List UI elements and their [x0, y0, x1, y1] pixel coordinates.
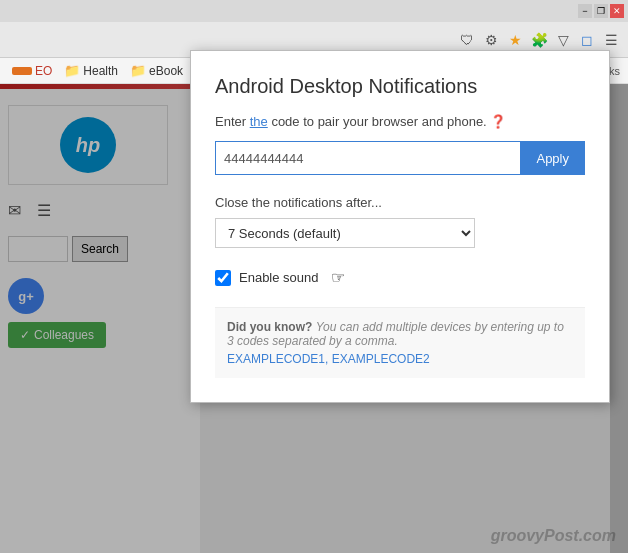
subtitle-highlight: the [250, 114, 268, 129]
watermark: groovyPost.com [491, 527, 616, 545]
bookmark-ebook-label: eBook [149, 64, 183, 78]
modal-dialog: Android Desktop Notifications Enter the … [190, 50, 610, 403]
bookmark-eo-label: EO [35, 64, 52, 78]
pocket-icon[interactable]: ▽ [554, 31, 572, 49]
gear-icon[interactable]: ⚙ [482, 31, 500, 49]
bookmark-health-label: Health [83, 64, 118, 78]
dropdown-row: 7 Seconds (default) 5 Seconds 10 Seconds… [215, 218, 585, 248]
dyk-title: Did you know? [227, 320, 312, 334]
code-row: Apply [215, 141, 585, 175]
menu-icon[interactable]: ☰ [602, 31, 620, 49]
restore-button[interactable]: ❐ [594, 4, 608, 18]
dyk-link[interactable]: EXAMPLECODE1, EXAMPLECODE2 [227, 352, 573, 366]
help-icon[interactable]: ❓ [490, 114, 506, 129]
modal-title: Android Desktop Notifications [215, 75, 585, 98]
eo-icon [12, 67, 32, 75]
code-input[interactable] [215, 141, 520, 175]
close-after-label: Close the notifications after... [215, 195, 585, 210]
minimize-button[interactable]: − [578, 4, 592, 18]
title-bar: − ❐ ✕ [0, 0, 628, 22]
checkbox-row: Enable sound ☞ [215, 268, 585, 287]
browser-action-icon[interactable]: ◻ [578, 31, 596, 49]
modal-subtitle: Enter the code to pair your browser and … [215, 114, 585, 129]
bookmark-ebook[interactable]: 📁 eBook [126, 61, 187, 80]
close-button[interactable]: ✕ [610, 4, 624, 18]
apply-button[interactable]: Apply [520, 141, 585, 175]
folder-icon-2: 📁 [130, 63, 146, 78]
duration-select[interactable]: 7 Seconds (default) 5 Seconds 10 Seconds… [215, 218, 475, 248]
folder-icon: 📁 [64, 63, 80, 78]
bookmark-eo[interactable]: EO [8, 62, 56, 80]
enable-sound-checkbox[interactable] [215, 270, 231, 286]
did-you-know-section: Did you know? You can add multiple devic… [215, 307, 585, 378]
close-highlight: the [252, 195, 270, 210]
shield-icon[interactable]: 🛡 [458, 31, 476, 49]
bookmark-health[interactable]: 📁 Health [60, 61, 122, 80]
enable-sound-label: Enable sound [239, 270, 319, 285]
star-icon[interactable]: ★ [506, 31, 524, 49]
extension-icon[interactable]: 🧩 [530, 31, 548, 49]
cursor-icon: ☞ [331, 268, 345, 287]
